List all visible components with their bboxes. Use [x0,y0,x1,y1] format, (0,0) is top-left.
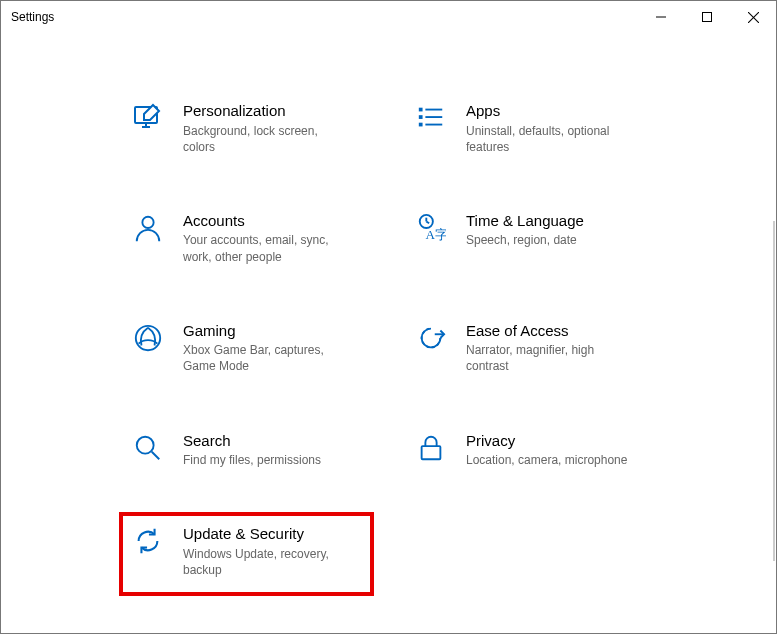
category-name: Update & Security [183,524,353,544]
window-controls [638,1,776,33]
category-desc: Find my files, permissions [183,452,321,468]
category-desc: Windows Update, recovery, backup [183,546,353,578]
category-time-language[interactable]: A字 Time & Language Speech, region, date [414,211,646,265]
category-apps[interactable]: Apps Uninstall, defaults, optional featu… [414,101,646,155]
category-name: Accounts [183,211,353,231]
svg-rect-12 [425,124,442,126]
highlight-box: Update & Security Windows Update, recove… [119,512,374,596]
category-name: Ease of Access [466,321,636,341]
svg-rect-9 [419,123,423,127]
svg-rect-8 [419,115,423,119]
svg-point-13 [142,217,153,228]
category-update-security[interactable]: Update & Security Windows Update, recove… [131,524,362,578]
category-desc: Uninstall, defaults, optional features [466,123,636,155]
category-privacy[interactable]: Privacy Location, camera, microphone [414,431,646,469]
svg-point-18 [136,326,160,350]
settings-window: Settings [0,0,777,634]
svg-rect-11 [425,116,442,118]
svg-line-21 [152,451,160,459]
settings-categories: Personalization Background, lock screen,… [1,101,776,596]
accounts-icon [131,211,165,245]
window-title: Settings [11,10,54,24]
svg-rect-10 [425,109,442,111]
svg-line-16 [426,221,429,223]
titlebar: Settings [1,1,776,33]
svg-text:A字: A字 [425,227,446,242]
svg-point-20 [137,436,154,453]
category-name: Personalization [183,101,353,121]
category-search[interactable]: Search Find my files, permissions [131,431,374,469]
scrollbar[interactable] [773,221,775,561]
category-name: Time & Language [466,211,584,231]
category-name: Apps [466,101,636,121]
minimize-button[interactable] [638,1,684,33]
search-icon [131,431,165,465]
svg-rect-1 [703,13,712,22]
category-name: Privacy [466,431,627,451]
category-desc: Narrator, magnifier, high contrast [466,342,636,374]
category-gaming[interactable]: Gaming Xbox Game Bar, captures, Game Mod… [131,321,374,375]
category-desc: Location, camera, microphone [466,452,627,468]
svg-rect-22 [422,446,441,459]
category-name: Search [183,431,321,451]
apps-icon [414,101,448,135]
update-security-icon [131,524,165,558]
gaming-icon [131,321,165,355]
close-button[interactable] [730,1,776,33]
category-accounts[interactable]: Accounts Your accounts, email, sync, wor… [131,211,374,265]
category-name: Gaming [183,321,353,341]
category-desc: Your accounts, email, sync, work, other … [183,232,353,264]
privacy-icon [414,431,448,465]
category-personalization[interactable]: Personalization Background, lock screen,… [131,101,374,155]
maximize-button[interactable] [684,1,730,33]
category-desc: Xbox Game Bar, captures, Game Mode [183,342,353,374]
time-language-icon: A字 [414,211,448,245]
svg-rect-7 [419,108,423,112]
ease-of-access-icon [414,321,448,355]
category-ease-of-access[interactable]: Ease of Access Narrator, magnifier, high… [414,321,646,375]
category-desc: Speech, region, date [466,232,584,248]
personalization-icon [131,101,165,135]
category-desc: Background, lock screen, colors [183,123,353,155]
